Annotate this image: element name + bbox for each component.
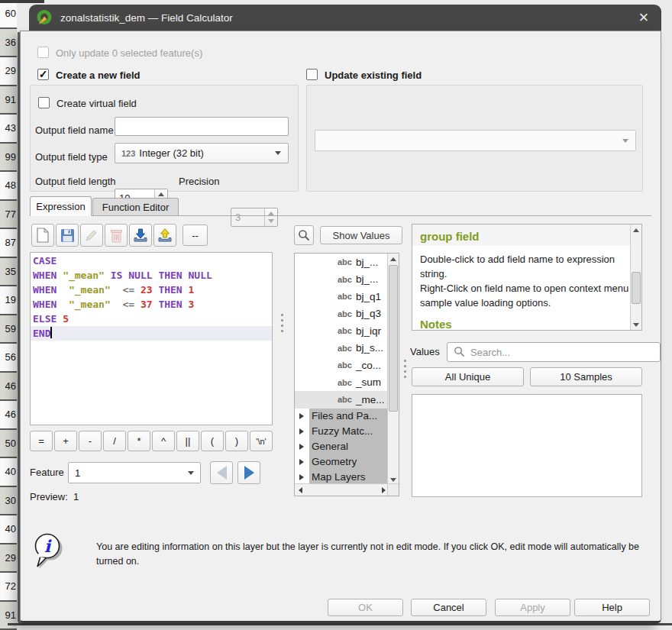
background-table-cell: 91	[0, 86, 17, 115]
background-table-cell: 91	[0, 602, 17, 630]
help-line-2: Right-Click on field name to open contex…	[420, 281, 631, 310]
tree-group-label: Files and Pa...	[309, 409, 387, 424]
tree-group-row[interactable]: Geometry	[295, 454, 387, 470]
tree-field-row[interactable]: abcbj_s...	[295, 340, 387, 357]
edit-expression-button	[80, 224, 103, 247]
search-icon	[298, 229, 310, 241]
operator-button-1[interactable]: =	[30, 431, 53, 451]
feature-label: Feature	[30, 462, 64, 483]
operator-button-3[interactable]: -	[79, 431, 102, 451]
next-feature-button[interactable]	[237, 461, 260, 484]
text-caret	[50, 327, 52, 338]
update-existing-field-label: Update existing field	[325, 69, 422, 81]
tab-function-editor[interactable]: Function Editor	[92, 198, 179, 216]
tree-vertical-scrollbar[interactable]	[387, 254, 399, 485]
output-field-type-combobox[interactable]: 123 Integer (32 bit)	[115, 143, 289, 163]
code-line[interactable]: END	[31, 326, 272, 341]
expand-icon[interactable]	[299, 474, 304, 480]
background-table-cell: 43	[0, 115, 17, 144]
export-expression-button[interactable]	[153, 224, 176, 247]
scrollbar-thumb[interactable]	[389, 265, 398, 412]
expand-icon[interactable]	[299, 428, 304, 435]
tree-field-label: _me...	[356, 394, 385, 405]
precision-value: 3	[235, 208, 241, 226]
code-line[interactable]: ELSE 5	[31, 312, 272, 326]
tree-group-row[interactable]: Fuzzy Matc...	[295, 424, 387, 439]
ten-samples-button[interactable]: 10 Samples	[530, 367, 642, 386]
scrollbar-thumb[interactable]	[632, 272, 641, 304]
expand-icon[interactable]	[299, 459, 304, 465]
operator-button-8[interactable]: (	[201, 431, 224, 451]
tab-expression[interactable]: Expression	[30, 196, 92, 216]
show-values-button[interactable]: Show Values	[320, 226, 402, 244]
toolbar-separator-button[interactable]: --	[183, 225, 208, 246]
code-line[interactable]: CASE	[31, 254, 272, 268]
values-search-input[interactable]	[447, 342, 661, 362]
function-search-button[interactable]	[294, 225, 314, 245]
code-line[interactable]: WHEN "_mean" IS NULL THEN NULL	[31, 268, 272, 283]
chevron-down-icon	[622, 139, 628, 143]
checkmark-icon: ✓	[39, 69, 48, 79]
values-search-box[interactable]	[447, 342, 661, 362]
expression-editor[interactable]: CASEWHEN "_mean" IS NULL THEN NULLWHEN "…	[30, 252, 273, 425]
code-line[interactable]: WHEN "_mean" <= 23 THEN 1	[31, 283, 272, 297]
string-type-icon: abc	[338, 395, 352, 404]
operator-button-7[interactable]: ||	[176, 431, 199, 451]
cancel-button[interactable]: Cancel	[411, 599, 486, 616]
tree-field-row[interactable]: abc_sum	[295, 374, 387, 392]
scroll-up-icon[interactable]	[631, 225, 641, 235]
tree-group-row[interactable]: Map Layers	[295, 470, 387, 484]
new-expression-button[interactable]	[31, 224, 54, 247]
scroll-down-icon[interactable]	[631, 319, 641, 330]
save-expression-button[interactable]	[56, 224, 79, 247]
tree-field-row[interactable]: abcbj_...	[295, 271, 387, 289]
operator-button-2[interactable]: +	[54, 431, 77, 451]
splitter-handle[interactable]	[404, 360, 406, 378]
operator-button-5[interactable]: *	[128, 431, 150, 451]
chevron-down-icon	[188, 471, 194, 475]
expand-icon[interactable]	[299, 413, 304, 419]
operator-button-6[interactable]: ^	[152, 431, 175, 451]
tree-group-row[interactable]: Files and Pa...	[295, 409, 387, 424]
update-existing-field-checkbox[interactable]	[306, 69, 318, 80]
operator-button-4[interactable]: /	[103, 431, 126, 451]
tree-group-label: General	[309, 439, 387, 454]
tree-field-row[interactable]: abc_me...	[295, 391, 387, 409]
all-unique-button[interactable]: All Unique	[412, 367, 524, 386]
code-line[interactable]: WHEN "_mean" <= 37 THEN 3	[31, 297, 272, 312]
help-heading: group field	[412, 225, 641, 246]
output-field-name-label: Output field name	[35, 121, 114, 140]
tree-field-row[interactable]: abcbj_iqr	[295, 322, 387, 340]
background-table-cell: 46	[0, 373, 17, 402]
qgis-screen: 6036299143994877873519595646465040304029…	[0, 0, 672, 630]
preview-text: Preview: 1	[30, 491, 79, 502]
tree-field-row[interactable]: abcbj_q3	[295, 305, 387, 323]
create-virtual-field-label: Create virtual field	[57, 98, 137, 109]
help-button[interactable]: Help	[574, 599, 650, 616]
help-scrollbar[interactable]	[630, 225, 641, 330]
tree-field-row[interactable]: abcbj_...	[295, 254, 387, 271]
feature-combobox[interactable]: 1	[68, 462, 201, 483]
spinner-arrows-icon	[264, 208, 277, 226]
tree-field-row[interactable]: abcbj_q1	[295, 288, 387, 305]
close-icon[interactable]: ×	[632, 7, 655, 28]
background-table-cell: 29	[0, 57, 17, 86]
create-virtual-field-checkbox[interactable]	[38, 97, 50, 108]
tree-group-row[interactable]: General	[295, 439, 387, 454]
import-expression-button[interactable]	[129, 224, 152, 247]
function-tree[interactable]: abcbj_...abcbj_...abcbj_q1abcbj_q3abcbj_…	[294, 253, 399, 496]
splitter-handle[interactable]	[281, 314, 283, 332]
create-new-field-checkbox[interactable]: ✓	[37, 69, 49, 80]
scroll-up-icon[interactable]	[388, 254, 399, 264]
tree-field-row[interactable]: abc_co...	[295, 357, 387, 374]
scrollbar-corner	[387, 483, 399, 496]
expand-icon[interactable]	[299, 444, 304, 450]
tree-horizontal-scrollbar[interactable]	[295, 483, 389, 496]
scroll-left-icon[interactable]	[295, 484, 305, 496]
operator-button-10[interactable]: '\n'	[250, 431, 273, 451]
values-list[interactable]	[412, 394, 642, 497]
output-field-name-input[interactable]	[115, 117, 289, 136]
background-table-cell: 36	[0, 29, 17, 58]
operator-button-9[interactable]: )	[225, 431, 248, 451]
dialog-titlebar[interactable]: zonalstatistik_dem — Field Calculator ×	[29, 5, 661, 31]
